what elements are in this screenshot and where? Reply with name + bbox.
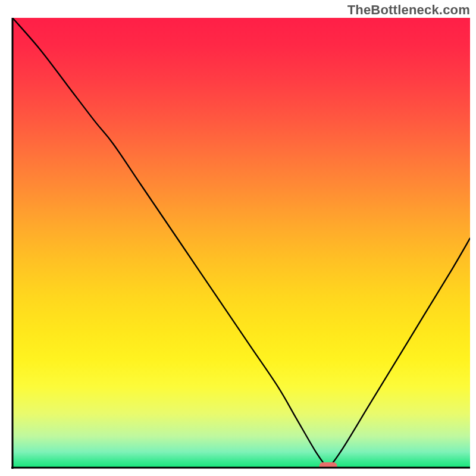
bottleneck-chart (0, 0, 476, 476)
plot-background (12, 18, 470, 468)
watermark-text: TheBottleneck.com (347, 2, 470, 18)
chart-container: { "watermark": "TheBottleneck.com", "col… (0, 0, 476, 476)
